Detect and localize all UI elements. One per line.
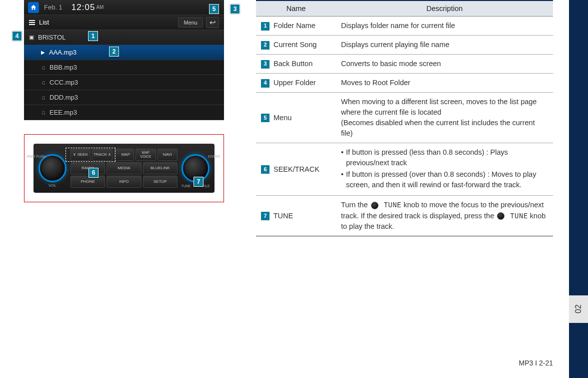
callout-1: 1 (88, 31, 98, 41)
callout-2: 2 (109, 47, 119, 57)
media-button[interactable]: MEDIA (106, 162, 141, 174)
row-description: Turn the TUNE knob to move the focus to … (336, 196, 553, 236)
callout-3: 3 (230, 4, 240, 14)
row-description: Moves to Root Folder (336, 74, 553, 93)
left-column: Feb. 1 12:05 AM List Menu ↩ ▣ BRISTOL (6, 0, 226, 378)
music-note-icon: ♫ (41, 79, 46, 86)
enter-label: ENTER (208, 155, 220, 158)
number-badge: 4 (261, 79, 270, 88)
folder-row[interactable]: ▣ BRISTOL (24, 30, 224, 45)
row-name: Menu (272, 114, 292, 122)
song-name: DDD.mp3 (50, 94, 78, 101)
music-note-icon: ♫ (41, 94, 46, 101)
music-note-icon: ♫ (41, 109, 46, 116)
row-name: SEEK/TRACK (272, 165, 320, 173)
row-description: Converts to basic mode screen (336, 55, 553, 74)
back-button[interactable]: ↩ (206, 17, 219, 28)
table-row: 2 Current SongDisplays current playing f… (256, 36, 553, 55)
hardware-panel-figure: PWR PUSH VOL ∨ SEEKTRACK ∧ MAPMAP VOICEN… (24, 134, 224, 202)
table-row: 4 Upper FolderMoves to Root Folder (256, 74, 553, 93)
list-label: List (39, 19, 49, 26)
table-row: 7 TUNETurn the TUNE knob to move the foc… (256, 196, 553, 236)
row-name: Folder Name (272, 22, 316, 30)
row-name: Back Button (272, 60, 312, 68)
row-description: Displays current playing file name (336, 36, 553, 55)
song-row[interactable]: ♫DDD.mp3 (24, 90, 224, 105)
row-name: Upper Folder (272, 79, 316, 87)
map-voice-button[interactable]: MAP VOICE (136, 149, 156, 161)
callout-6: 6 (88, 168, 98, 178)
play-icon: ▶ (41, 50, 45, 55)
song-name: AAA.mp3 (49, 49, 76, 56)
number-badge: 6 (261, 165, 270, 174)
row-description: Displays folder name for current file (336, 17, 553, 36)
folder-icon: ▣ (29, 34, 34, 41)
pwr-label: PWR PUSH (27, 155, 46, 158)
table-row: 1 Folder NameDisplays folder name for cu… (256, 17, 553, 36)
sd-map-button[interactable]: MAP (114, 149, 134, 161)
number-badge: 2 (261, 41, 270, 50)
row-name: Current Song (272, 41, 316, 49)
table-row: 3 Back ButtonConverts to basic mode scre… (256, 55, 553, 74)
date-text: Feb. 1 (44, 4, 62, 11)
home-icon[interactable] (28, 2, 39, 13)
song-name: CCC.mp3 (50, 79, 78, 86)
radio-button[interactable]: RADIO (70, 162, 105, 174)
side-strip: 02 (569, 0, 588, 378)
song-name: EEE.mp3 (50, 109, 77, 116)
song-row[interactable]: ♫CCC.mp3 (24, 75, 224, 90)
row-name: TUNE (272, 212, 293, 220)
seek-button[interactable]: ∨ SEEK (70, 149, 90, 161)
navi-button[interactable]: NAVI (158, 149, 178, 161)
info-button[interactable]: INFO (106, 176, 141, 188)
number-badge: 7 (261, 212, 270, 220)
bluelink-button[interactable]: BLUELINK (143, 162, 178, 174)
setup-button[interactable]: SETUP (143, 176, 178, 188)
infotainment-screenshot: Feb. 1 12:05 AM List Menu ↩ ▣ BRISTOL (24, 0, 224, 120)
song-name: BBB.mp3 (50, 64, 77, 71)
menu-button[interactable]: Menu (178, 18, 203, 28)
col-desc: Description (336, 1, 553, 17)
tune-knob-icon (497, 212, 504, 220)
time-text: 12:05 (72, 3, 96, 13)
page-footer: MP3 I 2-21 (519, 359, 553, 367)
callout-5: 5 (209, 4, 219, 14)
folder-name: BRISTOL (38, 34, 66, 41)
number-badge: 5 (261, 114, 270, 122)
music-note-icon: ♫ (41, 64, 46, 71)
col-name: Name (256, 1, 336, 17)
song-row[interactable]: ♫EEE.mp3 (24, 105, 224, 120)
row-description: When moving to a different list screen, … (336, 93, 553, 143)
song-row[interactable]: ♫BBB.mp3 (24, 60, 224, 75)
list-icon (29, 19, 35, 26)
track-button[interactable]: TRACK ∧ (92, 149, 112, 161)
volume-knob[interactable]: PWR PUSH VOL (38, 154, 66, 182)
callout-7: 7 (194, 177, 204, 187)
status-bar: Feb. 1 12:05 AM (24, 0, 224, 15)
description-table: Name Description 1 Folder NameDisplays f… (256, 0, 553, 236)
row-description: If button is pressed (less than 0.8 seco… (336, 143, 553, 196)
table-row: 5 MenuWhen moving to a different list sc… (256, 93, 553, 143)
callout-4: 4 (12, 31, 22, 41)
description-table-container: Name Description 1 Folder NameDisplays f… (256, 0, 563, 378)
phone-button[interactable]: PHONE (70, 176, 105, 188)
list-header-row: List Menu ↩ (24, 15, 224, 30)
song-row[interactable]: ▶AAA.mp3 (24, 45, 224, 60)
number-badge: 1 (261, 22, 270, 31)
chapter-tab: 02 (569, 295, 588, 323)
tune-knob-icon (371, 202, 378, 209)
vol-label: VOL (48, 183, 56, 188)
number-badge: 3 (261, 60, 270, 69)
ampm-text: AM (96, 5, 104, 10)
table-row: 6 SEEK/TRACKIf button is pressed (less t… (256, 143, 553, 196)
